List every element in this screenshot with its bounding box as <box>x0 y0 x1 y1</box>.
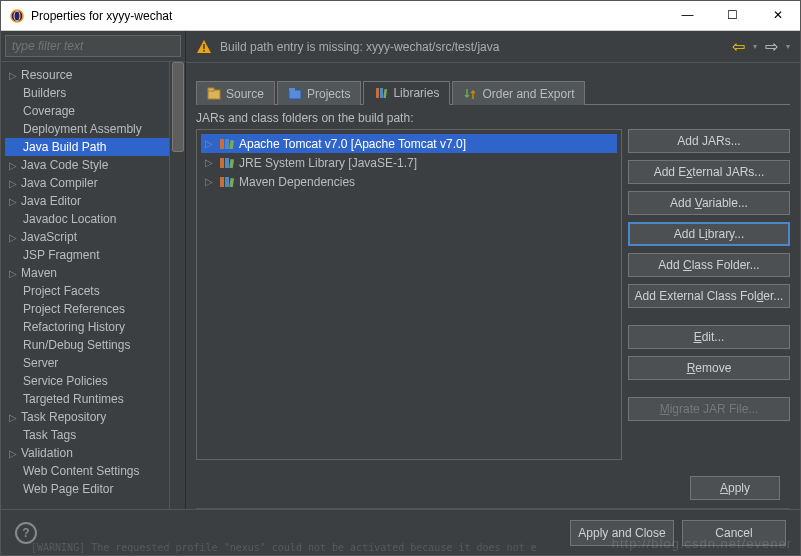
library-label: Maven Dependencies <box>239 175 355 189</box>
add-external-class-folder-button[interactable]: Add External Class Folder... <box>628 284 790 308</box>
sidebar-item-server[interactable]: Server <box>5 354 185 372</box>
sidebar-item-web-page-editor[interactable]: Web Page Editor <box>5 480 185 498</box>
svg-rect-14 <box>220 158 224 168</box>
expand-arrow-icon[interactable]: ▷ <box>205 138 215 149</box>
sidebar-item-builders[interactable]: Builders <box>5 84 185 102</box>
svg-rect-2 <box>203 44 205 49</box>
expand-arrow-icon[interactable]: ▷ <box>205 176 215 187</box>
remove-button[interactable]: Remove <box>628 356 790 380</box>
tab-order-and-export[interactable]: Order and Export <box>452 81 585 105</box>
sidebar-item-java-build-path[interactable]: Java Build Path <box>5 138 169 156</box>
svg-rect-6 <box>289 90 301 99</box>
sidebar: ▷ResourceBuildersCoverageDeployment Asse… <box>1 31 186 509</box>
expand-arrow-icon[interactable]: ▷ <box>205 157 215 168</box>
sidebar-item-deployment-assembly[interactable]: Deployment Assembly <box>5 120 185 138</box>
sidebar-item-label: Java Editor <box>21 194 81 208</box>
nav-arrows: ⇦ ▾ ⇨ ▾ <box>728 37 790 56</box>
sidebar-item-run-debug-settings[interactable]: Run/Debug Settings <box>5 336 185 354</box>
svg-rect-17 <box>220 177 224 187</box>
sidebar-item-jsp-fragment[interactable]: JSP Fragment <box>5 246 185 264</box>
nav-forward-icon[interactable]: ⇨ <box>761 37 782 56</box>
help-icon[interactable]: ? <box>15 522 37 544</box>
tabs: SourceProjectsLibrariesOrder and Export <box>196 81 790 105</box>
svg-rect-3 <box>203 50 205 52</box>
expand-arrow-icon[interactable]: ▷ <box>9 232 21 243</box>
sidebar-tree: ▷ResourceBuildersCoverageDeployment Asse… <box>1 66 185 498</box>
nav-back-dropdown[interactable]: ▾ <box>753 42 757 51</box>
order-icon <box>463 87 477 101</box>
sidebar-item-task-repository[interactable]: ▷Task Repository <box>5 408 185 426</box>
sidebar-item-label: Server <box>23 356 58 370</box>
minimize-button[interactable]: — <box>665 1 710 30</box>
sidebar-item-java-editor[interactable]: ▷Java Editor <box>5 192 185 210</box>
sidebar-item-project-facets[interactable]: Project Facets <box>5 282 185 300</box>
svg-rect-12 <box>225 139 229 149</box>
sidebar-scrollbar[interactable] <box>169 62 185 509</box>
library-item[interactable]: ▷Apache Tomcat v7.0 [Apache Tomcat v7.0] <box>201 134 617 153</box>
projects-icon <box>288 87 302 101</box>
tab-label: Projects <box>307 87 350 101</box>
svg-rect-10 <box>384 89 388 98</box>
apply-and-close-button[interactable]: Apply and Close <box>570 520 674 546</box>
sidebar-item-java-compiler[interactable]: ▷Java Compiler <box>5 174 185 192</box>
sidebar-item-label: Java Compiler <box>21 176 98 190</box>
sidebar-item-label: Task Repository <box>21 410 106 424</box>
expand-arrow-icon[interactable]: ▷ <box>9 268 21 279</box>
nav-forward-dropdown[interactable]: ▾ <box>786 42 790 51</box>
button-column: Add JARs... Add External JARs... Add Var… <box>628 129 790 460</box>
titlebar: Properties for xyyy-wechat — ☐ ✕ <box>1 1 800 31</box>
filter-input[interactable] <box>5 35 181 57</box>
sidebar-item-maven[interactable]: ▷Maven <box>5 264 185 282</box>
sidebar-item-refactoring-history[interactable]: Refactoring History <box>5 318 185 336</box>
sidebar-item-resource[interactable]: ▷Resource <box>5 66 185 84</box>
apply-button[interactable]: Apply <box>690 476 780 500</box>
close-button[interactable]: ✕ <box>755 1 800 30</box>
tab-projects[interactable]: Projects <box>277 81 361 105</box>
sidebar-item-javadoc-location[interactable]: Javadoc Location <box>5 210 185 228</box>
add-library-button[interactable]: Add Library... <box>628 222 790 246</box>
sidebar-item-coverage[interactable]: Coverage <box>5 102 185 120</box>
expand-arrow-icon[interactable]: ▷ <box>9 412 21 423</box>
svg-rect-7 <box>289 88 295 91</box>
jars-tree[interactable]: ▷Apache Tomcat v7.0 [Apache Tomcat v7.0]… <box>196 129 622 460</box>
sidebar-item-java-code-style[interactable]: ▷Java Code Style <box>5 156 185 174</box>
svg-rect-15 <box>225 158 229 168</box>
svg-rect-18 <box>225 177 229 187</box>
sidebar-item-label: Run/Debug Settings <box>23 338 130 352</box>
edit-button[interactable]: Edit... <box>628 325 790 349</box>
expand-arrow-icon[interactable]: ▷ <box>9 196 21 207</box>
sidebar-item-javascript[interactable]: ▷JavaScript <box>5 228 185 246</box>
sidebar-item-service-policies[interactable]: Service Policies <box>5 372 185 390</box>
cancel-button[interactable]: Cancel <box>682 520 786 546</box>
sidebar-item-targeted-runtimes[interactable]: Targeted Runtimes <box>5 390 185 408</box>
sidebar-item-web-content-settings[interactable]: Web Content Settings <box>5 462 185 480</box>
library-item[interactable]: ▷Maven Dependencies <box>201 172 617 191</box>
tab-label: Order and Export <box>482 87 574 101</box>
expand-arrow-icon[interactable]: ▷ <box>9 160 21 171</box>
scrollbar-thumb[interactable] <box>172 62 184 152</box>
expand-arrow-icon[interactable]: ▷ <box>9 178 21 189</box>
sidebar-item-task-tags[interactable]: Task Tags <box>5 426 185 444</box>
sidebar-item-label: Web Content Settings <box>23 464 140 478</box>
warning-text: Build path entry is missing: xyyy-wechat… <box>220 40 728 54</box>
eclipse-icon <box>9 8 25 24</box>
expand-arrow-icon[interactable]: ▷ <box>9 70 21 81</box>
svg-rect-13 <box>229 139 234 148</box>
maximize-button[interactable]: ☐ <box>710 1 755 30</box>
window-title: Properties for xyyy-wechat <box>31 9 665 23</box>
add-class-folder-button[interactable]: Add Class Folder... <box>628 253 790 277</box>
sidebar-item-label: Task Tags <box>23 428 76 442</box>
tab-libraries[interactable]: Libraries <box>363 81 450 105</box>
sidebar-item-validation[interactable]: ▷Validation <box>5 444 185 462</box>
add-external-jars-button[interactable]: Add External JARs... <box>628 160 790 184</box>
source-icon <box>207 87 221 101</box>
tab-source[interactable]: Source <box>196 81 275 105</box>
nav-back-icon[interactable]: ⇦ <box>728 37 749 56</box>
expand-arrow-icon[interactable]: ▷ <box>9 448 21 459</box>
add-jars-button[interactable]: Add JARs... <box>628 129 790 153</box>
library-item[interactable]: ▷JRE System Library [JavaSE-1.7] <box>201 153 617 172</box>
sidebar-item-project-references[interactable]: Project References <box>5 300 185 318</box>
add-variable-button[interactable]: Add Variable... <box>628 191 790 215</box>
svg-rect-5 <box>208 88 214 91</box>
filter-box <box>1 31 185 62</box>
